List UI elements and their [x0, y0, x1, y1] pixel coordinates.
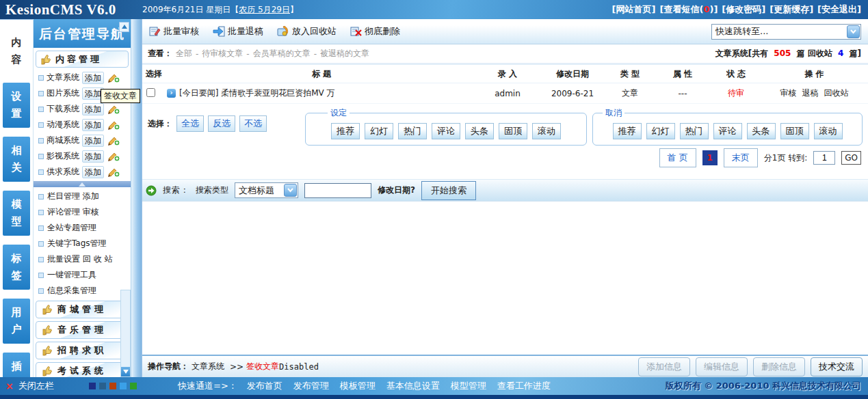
swatch-blue[interactable]	[120, 383, 127, 389]
audit-link[interactable]: 审核	[780, 87, 797, 99]
modify-date-label[interactable]: 修改日期?	[378, 184, 415, 196]
pencil-add-icon[interactable]	[107, 167, 120, 178]
select-none-button[interactable]: 不选	[239, 115, 267, 132]
pencil-add-icon[interactable]	[107, 104, 120, 115]
nav-section-content-manage[interactable]: 内容管理	[36, 51, 129, 68]
filter-rejected-link[interactable]: 被退稿的文章	[320, 48, 369, 59]
cancel-comment-button[interactable]: 评论	[713, 123, 742, 139]
nav-collapse-button[interactable]	[119, 22, 129, 32]
add-button[interactable]: 添加	[82, 103, 104, 115]
recycle-link[interactable]: 回收站	[824, 87, 849, 99]
nav-item-label[interactable]: 下载系统	[47, 103, 79, 115]
add-button[interactable]: 添加	[82, 119, 104, 131]
tab-model[interactable]: 模型	[3, 191, 30, 236]
cancel-headline-button[interactable]: 头条	[747, 123, 776, 139]
nav-section-job-manage[interactable]: 招聘求职	[36, 342, 129, 359]
nav-item-collect-manage[interactable]: 信息采集管理	[34, 283, 131, 299]
nav-item-column-manage[interactable]: 栏目管理 添加	[34, 189, 131, 204]
filter-member-draft-link[interactable]: 会员草稿的文章	[253, 48, 311, 59]
nav-item-label[interactable]: 文章系统	[47, 72, 79, 83]
nav-item-label[interactable]: 商城系统	[47, 135, 79, 146]
add-button[interactable]: 添加	[82, 72, 104, 84]
add-button[interactable]: 添加	[82, 166, 104, 178]
tech-support-button[interactable]: 技术交流	[811, 357, 863, 376]
add-button[interactable]: 添加	[82, 150, 104, 163]
basic-info-settings-link[interactable]: 基本信息设置	[386, 380, 440, 392]
view-sms-link[interactable]: [查看短信(0)]	[660, 3, 718, 16]
cancel-recommend-button[interactable]: 推荐	[613, 123, 642, 139]
batch-audit-button[interactable]: 批量审核	[149, 25, 199, 38]
edit-info-button[interactable]: 编辑信息	[696, 357, 748, 376]
work-progress-link[interactable]: 查看工作进度	[497, 380, 551, 392]
swatch-teal[interactable]	[99, 383, 106, 389]
nav-item-label[interactable]: 供求系统	[47, 166, 79, 178]
goto-page-input[interactable]	[813, 151, 835, 165]
logout-link[interactable]: [安全退出]	[817, 3, 861, 16]
pencil-add-icon[interactable]	[107, 135, 120, 146]
swatch-orange[interactable]	[109, 383, 116, 389]
pencil-add-icon[interactable]	[107, 72, 120, 83]
site-home-link[interactable]: [网站首页]	[612, 3, 656, 16]
nav-section-music-manage[interactable]: 音乐管理	[36, 321, 129, 339]
filter-all-link[interactable]: 全部	[176, 48, 192, 59]
set-comment-button[interactable]: 评论	[432, 123, 460, 139]
tab-content[interactable]: 内容	[3, 29, 30, 74]
cancel-pin-button[interactable]: 固顶	[780, 123, 809, 139]
lunar-date-link[interactable]: 农历 5月29日	[239, 5, 290, 14]
delete-info-button[interactable]: 删除信息	[753, 357, 805, 376]
batch-reject-button[interactable]: 批量退稿	[213, 25, 263, 38]
nav-scrollbar[interactable]	[120, 290, 131, 377]
panel-splitter[interactable]	[131, 19, 142, 377]
reject-link[interactable]: 退稿	[802, 87, 819, 99]
first-page-button[interactable]: 首 页	[659, 148, 696, 167]
nav-item-tags-manage[interactable]: 关键字Tags管理	[34, 236, 131, 251]
cancel-slide-button[interactable]: 幻灯	[646, 123, 675, 139]
tab-settings[interactable]: 设置	[3, 83, 30, 128]
row-checkbox[interactable]	[146, 88, 155, 97]
publish-manage-link[interactable]: 发布管理	[293, 380, 329, 392]
set-scroll-button[interactable]: 滚动	[532, 123, 561, 139]
tab-tags[interactable]: 标签	[3, 245, 30, 290]
nav-item-onekey-tools[interactable]: 一键管理工具	[34, 267, 131, 283]
nav-section-mall-manage[interactable]: 商城管理	[36, 301, 129, 318]
set-recommend-button[interactable]: 推荐	[331, 123, 360, 139]
set-slide-button[interactable]: 幻灯	[365, 123, 393, 139]
publish-home-link[interactable]: 发布首页	[247, 380, 282, 392]
close-left-panel-button[interactable]: × 关闭左栏	[0, 380, 89, 392]
nav-collapse-divider[interactable]	[34, 181, 131, 187]
set-headline-button[interactable]: 头条	[465, 123, 494, 139]
cancel-scroll-button[interactable]: 滚动	[814, 123, 843, 139]
swatch-green[interactable]	[130, 383, 137, 389]
select-all-button[interactable]: 全选	[176, 115, 204, 132]
set-hot-button[interactable]: 热门	[398, 123, 427, 139]
nav-item-comment-manage[interactable]: 评论管理 审核	[34, 204, 131, 220]
set-pin-button[interactable]: 固顶	[499, 123, 527, 139]
opnav-system[interactable]: 文章系统	[192, 361, 224, 372]
nav-item-batch-recycle[interactable]: 批量设置 回 收 站	[34, 251, 131, 267]
add-button[interactable]: 添加	[82, 135, 104, 147]
swatch-navy[interactable]	[89, 383, 96, 389]
go-button[interactable]: GO	[841, 151, 861, 165]
opnav-current[interactable]: 签收文章	[246, 361, 279, 372]
delete-forever-button[interactable]: 彻底删除	[350, 25, 400, 38]
filter-pending-link[interactable]: 待审核文章	[202, 48, 243, 59]
invert-select-button[interactable]: 反选	[208, 115, 235, 132]
change-password-link[interactable]: [修改密码]	[722, 3, 765, 16]
article-title-link[interactable]: [今日要闻] 柔情歌手裴亚明花巨资拍MV 万	[179, 87, 335, 99]
nav-section-exam-system[interactable]: 考试系统	[36, 362, 129, 377]
nav-item-label[interactable]: 动漫系统	[47, 119, 79, 130]
quick-jump-select[interactable]: 快速跳转至...	[711, 24, 861, 40]
scroll-down-button[interactable]	[121, 367, 130, 376]
search-type-select[interactable]: 文档标题	[235, 182, 298, 198]
add-info-button[interactable]: 添加信息	[638, 357, 690, 376]
tab-related[interactable]: 相关	[3, 137, 30, 182]
nav-item-special-topic[interactable]: 全站专题管理	[34, 220, 131, 236]
tab-plugins[interactable]: 插件	[3, 353, 30, 377]
cancel-hot-button[interactable]: 热门	[680, 123, 709, 139]
pencil-add-icon[interactable]	[107, 120, 120, 130]
pencil-add-icon[interactable]	[107, 151, 120, 162]
tab-users[interactable]: 用户	[3, 299, 30, 344]
expand-arrow-icon[interactable]: ›	[167, 89, 176, 98]
nav-item-label[interactable]: 图片系统	[47, 87, 79, 99]
model-manage-link[interactable]: 模型管理	[451, 380, 486, 392]
